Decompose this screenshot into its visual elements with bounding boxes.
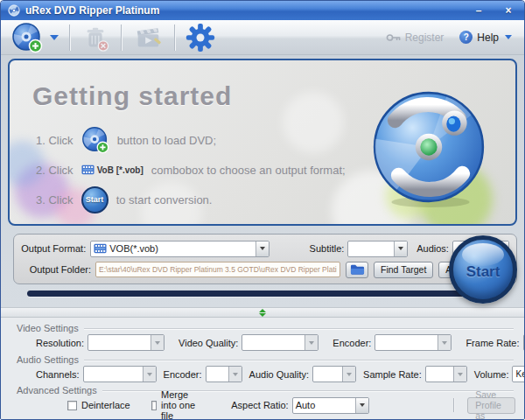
audio-settings-label: Audio Settings	[17, 354, 79, 365]
step-3: 3. Click Start to start conversion.	[36, 185, 346, 214]
deinterlace-checkbox[interactable]	[67, 401, 77, 410]
chevron-down-icon[interactable]	[394, 242, 407, 256]
register-label: Register	[405, 32, 444, 44]
step-1: 1. Click button to load DVD;	[36, 125, 346, 155]
output-format-label: Output Format:	[21, 243, 86, 254]
step-1-prefix: 1. Click	[36, 134, 74, 147]
video-quality-combobox[interactable]	[242, 334, 318, 351]
video-encoder-label: Encoder:	[332, 338, 371, 348]
help-icon: ?	[459, 31, 472, 44]
merge-checkbox[interactable]	[151, 401, 157, 410]
browse-folder-button[interactable]	[346, 262, 368, 278]
chevron-down-icon[interactable]	[355, 398, 368, 413]
chevron-down-icon	[150, 335, 164, 350]
settings-button[interactable]	[175, 21, 226, 54]
remove-title-button[interactable]	[70, 21, 121, 54]
getting-started-banner: Getting started 1. Click button to load …	[8, 59, 517, 226]
video-settings-group: Video Settings	[17, 323, 514, 333]
edit-video-button[interactable]	[122, 21, 174, 54]
load-dvd-disc-icon	[11, 22, 43, 53]
film-icon	[81, 164, 94, 175]
step-2: 2. Click VoB [*.vob]	[36, 155, 346, 185]
step-3-suffix: to start conversion.	[116, 193, 213, 206]
close-button[interactable]: ×	[500, 4, 517, 18]
start-conversion-button[interactable]: Start	[449, 235, 517, 304]
sample-rate-combobox[interactable]	[425, 366, 467, 382]
chevron-down-icon	[228, 367, 242, 382]
folder-icon	[350, 263, 365, 276]
video-settings-row: Resolution: Video Quality: Encoder:	[36, 334, 515, 351]
format-combo-illustration: VoB [*.vob]	[81, 164, 144, 175]
row-divider	[453, 398, 454, 412]
load-dvd-dropdown-icon[interactable]	[50, 35, 59, 40]
merge-label: Merge into one file	[161, 389, 200, 420]
start-button-label: Start	[466, 263, 500, 281]
deinterlace-label: Deinterlace	[81, 400, 130, 410]
window-controls: – ×	[470, 4, 517, 18]
chevron-down-icon	[304, 335, 318, 350]
video-encoder-combobox[interactable]	[374, 334, 452, 351]
help-label: Help	[477, 32, 499, 44]
save-profile-button[interactable]: Save Profile as	[467, 397, 515, 414]
gear-icon	[186, 23, 215, 52]
output-format-combobox[interactable]: VOB(*.vob)	[90, 241, 269, 257]
frame-rate-label: Frame Rate:	[466, 338, 519, 348]
output-folder-input[interactable]	[95, 262, 340, 277]
advanced-settings-label: Advanced Settings	[17, 385, 97, 396]
load-dvd-disc-icon	[81, 126, 109, 154]
panel-splitter[interactable]	[1, 307, 524, 318]
output-folder-row: Output Folder: Find Target After Done	[21, 261, 509, 278]
start-button-illustration: Start	[81, 186, 108, 214]
resolution-field: Resolution:	[36, 334, 164, 351]
register-button[interactable]: Register	[386, 32, 444, 44]
audio-settings-group: Audio Settings	[17, 354, 514, 365]
audio-settings-row: Channels: Encoder: Audio Quality:	[36, 366, 515, 382]
volume-field: Volume: Keep origina	[474, 366, 525, 382]
app-disc-icon	[8, 4, 20, 17]
find-target-button[interactable]: Find Target	[374, 262, 433, 278]
main-area: Getting started 1. Click button to load …	[1, 55, 524, 307]
audio-encoder-combobox[interactable]	[206, 366, 242, 382]
step-1-suffix: button to load DVD;	[117, 134, 216, 147]
settings-panel: Video Settings Resolution: Video Quality…	[1, 318, 524, 420]
subtitle-combobox[interactable]	[347, 241, 408, 257]
video-quality-label: Video Quality:	[178, 338, 238, 348]
channels-combobox[interactable]	[83, 366, 157, 382]
subtitle-label: Subtitle:	[310, 243, 345, 254]
output-panel: Output Format: VOB(*.vob)	[13, 234, 517, 284]
step-2-prefix: 2. Click	[36, 164, 74, 177]
splitter-toggle-icon[interactable]	[259, 309, 266, 317]
volume-combobox[interactable]: Keep origina	[512, 366, 525, 382]
step-2-suffix: combobox to choose an output format;	[151, 164, 346, 177]
progress-bar	[27, 290, 465, 297]
resolution-label: Resolution:	[36, 338, 84, 348]
audios-label: Audios:	[416, 243, 449, 254]
chevron-down-icon[interactable]	[256, 242, 269, 256]
deinterlace-field[interactable]: Deinterlace	[67, 400, 130, 410]
load-dvd-button[interactable]	[1, 21, 69, 54]
advanced-settings-group: Advanced Settings	[17, 385, 514, 396]
aspect-ratio-combobox[interactable]: Auto	[292, 397, 369, 414]
volume-label: Volume:	[474, 369, 509, 380]
help-button[interactable]: ? Help	[459, 31, 512, 44]
chevron-down-icon	[438, 335, 451, 350]
video-encoder-field: Encoder:	[332, 334, 452, 351]
merge-field[interactable]: Merge into one file	[151, 389, 200, 420]
film-icon	[94, 243, 107, 254]
sample-rate-field: Sample Rate:	[363, 366, 467, 382]
channels-label: Channels:	[36, 369, 80, 380]
sample-rate-label: Sample Rate:	[363, 369, 422, 380]
frame-rate-field: Frame Rate:	[466, 334, 525, 351]
clapperboard-icon	[132, 23, 164, 52]
video-quality-field: Video Quality:	[178, 334, 318, 351]
getting-started-steps: 1. Click button to load DVD; 2. Click	[36, 125, 346, 214]
dvd-disc-artwork	[367, 85, 491, 209]
output-folder-label: Output Folder:	[21, 264, 91, 275]
step-2-combo-text: VoB [*.vob]	[97, 165, 144, 175]
audio-quality-combobox[interactable]	[312, 366, 356, 382]
aspect-ratio-value: Auto	[293, 400, 355, 410]
minimize-button[interactable]: –	[470, 4, 487, 18]
group-divider	[84, 328, 514, 329]
output-format-value: VOB(*.vob)	[107, 243, 255, 254]
resolution-combobox[interactable]	[88, 334, 164, 351]
